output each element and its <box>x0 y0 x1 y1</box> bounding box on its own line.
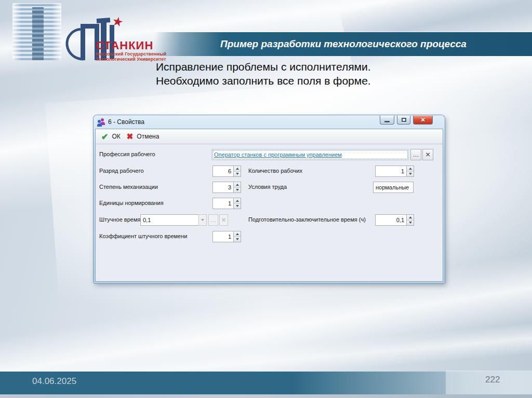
spinner-buttons[interactable] <box>233 182 241 193</box>
close-icon: ✕ <box>420 117 425 123</box>
norm-units-label: Единицы нормирования <box>99 200 164 206</box>
piece-time-ellipsis-button[interactable]: … <box>208 214 218 226</box>
slide-title-banner: Пример разработки технологического проце… <box>155 32 532 56</box>
spin-down-icon[interactable] <box>407 221 414 226</box>
dropdown-arrow-icon[interactable] <box>198 214 207 226</box>
spinner-buttons[interactable] <box>406 166 414 177</box>
prep-final-time-label: Подготовительно-заключительное время (ч) <box>248 216 366 223</box>
maximize-icon <box>402 118 406 122</box>
piece-time-coeff-label: Коэффициент штучного времени <box>99 233 187 239</box>
spin-down-icon[interactable] <box>407 172 414 177</box>
slide-title: Пример разработки технологического проце… <box>220 38 467 50</box>
profession-label: Профессия рабочего <box>99 151 155 157</box>
spin-down-icon[interactable] <box>234 172 241 177</box>
spin-up-icon[interactable] <box>234 198 241 204</box>
minimize-button[interactable] <box>380 116 394 125</box>
footer-bottom-strip <box>0 394 532 398</box>
building-tower <box>32 7 44 60</box>
work-conditions-value: нормальные <box>376 184 409 190</box>
mechanization-value[interactable]: 3 <box>212 182 233 193</box>
dialog-form: Профессия рабочего Оператор станков с пр… <box>96 144 443 281</box>
grade-label: Разряд рабочего <box>99 168 144 174</box>
cancel-label: Отмена <box>137 133 159 140</box>
prep-final-time-spinner[interactable]: 0,1 <box>375 214 414 226</box>
work-conditions-label: Условия труда <box>248 184 287 190</box>
prep-final-time-value[interactable]: 0,1 <box>375 214 406 226</box>
norm-units-value[interactable]: 1 <box>212 198 233 209</box>
subtitle-line: Исправление проблемы с исполнителями. <box>156 60 371 74</box>
profession-clear-button[interactable]: ✕ <box>422 149 433 160</box>
profession-ellipsis-button[interactable]: … <box>410 149 421 160</box>
norm-units-spinner[interactable]: 1 <box>212 198 241 209</box>
spin-down-icon[interactable] <box>234 188 241 193</box>
spin-down-icon[interactable] <box>234 237 241 242</box>
profession-field[interactable]: Оператор станков с программным управлени… <box>211 149 409 160</box>
building-image <box>12 3 61 60</box>
slide-date: 04.06.2025 <box>32 376 76 387</box>
grade-spinner[interactable]: 6 <box>212 166 241 177</box>
dialog-title: 6 - Свойства <box>108 118 144 126</box>
workers-count-spinner[interactable]: 1 <box>375 166 414 177</box>
presentation-slide: ★ СТАНКИН Московский Государственный Тех… <box>0 0 532 398</box>
mechanization-spinner[interactable]: 3 <box>212 182 241 193</box>
work-conditions-field[interactable]: нормальные <box>373 182 414 193</box>
spinner-buttons[interactable] <box>406 214 414 226</box>
dialog-body: ✔ ОК ✖ Отмена Профессия рабочего Операто… <box>95 129 443 282</box>
minimize-icon <box>384 121 390 122</box>
piece-time-combo[interactable]: 0,1 <box>140 214 207 226</box>
spin-up-icon[interactable] <box>234 166 241 172</box>
grade-value[interactable]: 6 <box>212 166 233 177</box>
spin-up-icon[interactable] <box>407 166 414 172</box>
ok-button[interactable]: ✔ ОК <box>100 131 126 143</box>
ok-label: ОК <box>112 133 120 140</box>
workers-count-label: Количество рабочих <box>248 168 302 174</box>
spin-down-icon[interactable] <box>234 204 241 209</box>
check-icon: ✔ <box>101 132 108 142</box>
cancel-button[interactable]: ✖ Отмена <box>126 131 165 142</box>
dialog-toolbar: ✔ ОК ✖ Отмена <box>96 129 443 144</box>
close-button[interactable]: ✕ <box>413 116 433 125</box>
window-controls: ✕ <box>380 116 433 125</box>
spin-up-icon[interactable] <box>234 231 241 237</box>
piece-time-coeff-spinner[interactable]: 1 <box>212 231 241 242</box>
spin-up-icon[interactable] <box>407 215 414 221</box>
star-icon: ★ <box>111 13 125 30</box>
spin-up-icon[interactable] <box>234 182 241 188</box>
mechanization-label: Степень механизации <box>99 184 158 190</box>
logo-title: СТАНКИН <box>96 39 153 52</box>
maximize-button[interactable] <box>397 116 410 125</box>
slide-subtitle: Исправление проблемы с исполнителями. Не… <box>156 60 371 88</box>
workers-count-value[interactable]: 1 <box>375 166 406 177</box>
subtitle-line: Необходимо заполнить все поля в форме. <box>156 74 371 88</box>
piece-time-coeff-value[interactable]: 1 <box>212 231 233 242</box>
profession-value[interactable]: Оператор станков с программным управлени… <box>214 152 342 158</box>
cross-icon: ✖ <box>127 132 134 141</box>
piece-time-clear-button[interactable]: ✕ <box>219 214 228 226</box>
properties-dialog: 6 - Свойства ✕ ✔ ОК ✖ Отмена Профессия р… <box>94 115 445 283</box>
person-figure <box>98 120 102 127</box>
people-icon <box>97 118 105 126</box>
spinner-buttons[interactable] <box>233 231 241 242</box>
slide-page-number: 222 <box>485 375 500 385</box>
spinner-buttons[interactable] <box>233 198 241 209</box>
spinner-buttons[interactable] <box>233 166 241 177</box>
piece-time-value[interactable]: 0,1 <box>140 214 198 226</box>
